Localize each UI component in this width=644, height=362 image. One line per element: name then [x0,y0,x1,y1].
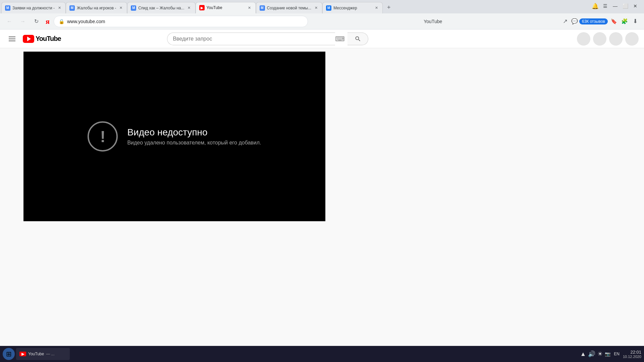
tab-4-close[interactable]: ✕ [247,5,252,10]
video-error-subtitle: Видео удалено пользователем, который его… [127,140,261,146]
minimize-btn[interactable]: — [610,1,620,11]
bookmark-icon[interactable]: 🔖 [609,17,619,26]
nav-bar: ← → ↻ я 🔒 www.youtube.com YouTube ↗ 💬 63… [0,13,644,29]
tab-2-favicon: М [69,5,75,11]
taskbar-youtube-favicon: ▶ [19,352,26,356]
youtube-user-icon-4[interactable] [625,32,639,46]
extensions-icon[interactable]: 🧩 [620,17,629,26]
taskbar-time: 22:01 [623,350,641,355]
tab-1-favicon: М [5,5,10,11]
youtube-user-icon-2[interactable] [593,32,606,46]
taskbar-chevron-icon[interactable]: ▲ [580,351,586,358]
youtube-header-right [577,32,639,46]
youtube-main-content: ! Видео недоступно Видео удалено пользов… [0,48,644,362]
taskbar-language: EN [614,352,620,356]
close-btn[interactable]: ✕ [631,1,640,11]
svg-rect-1 [9,39,15,39]
tab-bar: М Заявки на должности - ✕ М Жалобы на иг… [0,0,644,13]
tab-5-favicon: М [260,5,265,11]
tab-4-favicon: ▶ [199,5,205,10]
keyboard-icon: ⌨ [335,35,345,43]
notification-btn[interactable]: 🔔 [590,1,600,11]
browser-frame: М Заявки на должности - ✕ М Жалобы на иг… [0,0,644,362]
review-count: 63К отзывов [579,18,608,24]
youtube-play-triangle [27,37,31,41]
tab-5[interactable]: М Создание новой темы... ✕ [256,2,323,13]
review-badge[interactable]: 💬 63К отзывов [571,18,608,24]
tab-5-title: Создание новой темы... [267,6,312,10]
taskbar-youtube-label: YouTube [28,352,44,356]
tab-6-title: Мессенджер [333,6,372,10]
menu-btn[interactable]: ☰ [600,1,610,11]
taskbar-date: 10.12.2020 [623,355,641,359]
taskbar-system-icons: ▲ 🔊 ☀ 📷 [580,350,610,358]
tab-3-close[interactable]: ✕ [186,5,192,11]
youtube-search-input[interactable] [167,33,335,45]
taskbar-clock: 22:01 10.12.2020 [623,350,641,359]
video-error-title: Видео недоступно [127,127,261,138]
tab-3-favicon: М [131,5,136,11]
taskbar-camera-icon[interactable]: 📷 [605,351,610,357]
youtube-search-button[interactable] [347,33,368,45]
nav-right-area: ↗ 💬 63К отзывов 🔖 🧩 ⬇ [560,17,640,26]
tab-2-close[interactable]: ✕ [118,5,123,11]
taskbar: ⊞ ▶ YouTube — ... ▲ 🔊 ☀ 📷 EN 22:01 10.12… [0,346,644,362]
youtube-search-area: ⌨ [167,33,368,45]
youtube-logo-icon [23,35,34,43]
youtube-app: YouTube ⌨ [0,29,644,362]
video-player[interactable]: ! Видео недоступно Видео удалено пользов… [23,52,325,221]
tab-1-close[interactable]: ✕ [57,5,62,11]
taskbar-volume-icon[interactable]: 🔊 [588,350,595,358]
tab-2[interactable]: М Жалобы на игроков - ✕ [66,2,127,13]
taskbar-label-suffix: — ... [46,352,54,356]
window-controls: 🔔 ☰ — ⬜ ✕ [588,0,643,12]
new-tab-button[interactable]: + [384,3,393,12]
tab-3-title: Спид хак – Жалобы на... [138,6,184,10]
video-error-display: ! Видео недоступно Видео удалено пользов… [88,121,261,152]
forward-button[interactable]: → [17,16,28,27]
lock-icon: 🔒 [59,19,64,24]
tab-4-title: YouTube [207,5,245,10]
tab-2-title: Жалобы на игроков - [77,6,116,10]
youtube-logo-text: YouTube [36,35,61,43]
url-text: www.youtube.com [67,19,303,24]
tab-6[interactable]: М Мессенджер ✕ [322,2,383,13]
maximize-btn[interactable]: ⬜ [621,1,630,11]
tab-5-close[interactable]: ✕ [313,5,319,11]
tab-6-close[interactable]: ✕ [374,5,379,11]
taskbar-brightness-icon[interactable]: ☀ [597,350,603,358]
youtube-user-icon-1[interactable] [577,32,590,46]
reload-button[interactable]: ↻ [31,16,42,27]
download-icon[interactable]: ⬇ [631,17,640,26]
error-circle-icon: ! [88,121,118,152]
youtube-user-icon-3[interactable] [609,32,623,46]
tab-4-youtube[interactable]: ▶ YouTube ✕ [196,2,256,13]
tab-3[interactable]: М Спид хак – Жалобы на... ✕ [127,2,195,13]
youtube-header: YouTube ⌨ [0,29,644,48]
address-bar[interactable]: 🔒 www.youtube.com [54,16,308,27]
taskbar-right-area: ▲ 🔊 ☀ 📷 EN 22:01 10.12.2020 [580,350,641,359]
taskbar-youtube-item[interactable]: ▶ YouTube — ... [16,348,70,360]
tab-6-favicon: М [326,5,331,11]
video-error-text-block: Видео недоступно Видео удалено пользоват… [127,127,261,146]
windows-icon: ⊞ [6,350,12,358]
tab-1-title: Заявки на должности - [12,6,55,10]
share-icon[interactable]: ↗ [560,17,570,26]
page-title-center: YouTube [311,19,555,24]
error-content: ! Видео недоступно Видео удалено пользов… [88,121,261,152]
svg-rect-0 [9,37,15,37]
svg-rect-2 [9,41,15,41]
error-icon-wrapper: ! [88,121,118,152]
yandex-logo: я [46,17,50,26]
tab-1[interactable]: М Заявки на должности - ✕ [1,2,66,13]
exclamation-icon: ! [100,127,105,146]
youtube-logo[interactable]: YouTube [23,35,61,43]
start-button[interactable]: ⊞ [3,348,15,360]
youtube-menu-button[interactable] [5,32,19,46]
back-button[interactable]: ← [4,16,15,27]
